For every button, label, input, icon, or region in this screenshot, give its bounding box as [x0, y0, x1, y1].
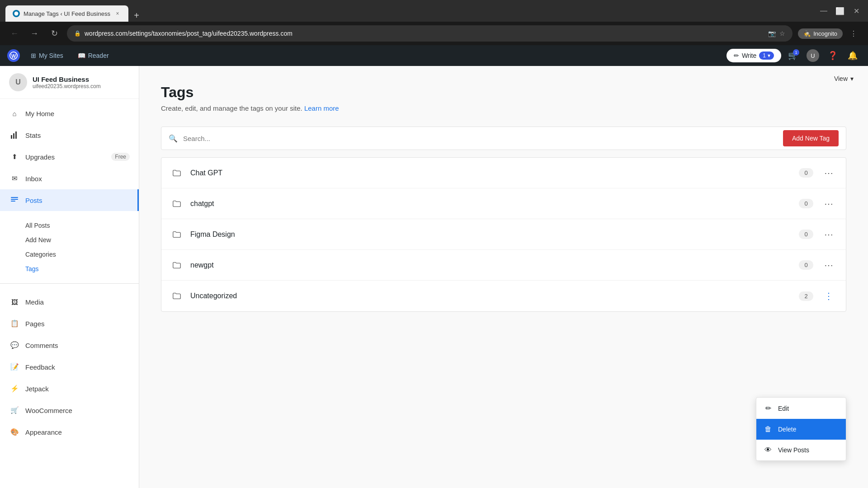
tag-count: 0	[799, 230, 813, 239]
back-button[interactable]: ←	[7, 26, 22, 41]
write-label: Write	[742, 52, 756, 59]
sidebar-item-woocommerce[interactable]: 🛒 WooCommerce	[0, 399, 139, 421]
svg-text:W: W	[11, 53, 16, 59]
nav-primary: ⌂ My Home Stats ⬆ Upgrades Free ✉ Inbox	[0, 99, 139, 215]
active-tab[interactable]: Manage Tags ‹ UI Feed Business ×	[5, 5, 128, 22]
wp-logo[interactable]: W	[7, 49, 20, 62]
sidebar-item-my-home[interactable]: ⌂ My Home	[0, 103, 139, 124]
search-input[interactable]	[183, 135, 778, 142]
sidebar-item-jetpack[interactable]: ⚡ Jetpack	[0, 378, 139, 399]
pages-icon: 📋	[9, 318, 20, 329]
browser-actions: 🕵 Incognito ⋮	[798, 26, 861, 41]
new-tab-button[interactable]: +	[130, 9, 143, 22]
context-menu-view-posts[interactable]: 👁 View Posts	[756, 440, 846, 460]
site-url: uifeed20235.wordpress.com	[33, 83, 130, 89]
context-menu-edit[interactable]: ✏ Edit	[756, 398, 846, 419]
tag-menu-button[interactable]: ⋯	[821, 196, 837, 212]
tags-table: Chat GPT 0 ⋯ chatgpt 0 ⋯ Figma Design 0	[161, 157, 846, 312]
view-label: View	[834, 75, 848, 82]
sidebar-item-posts[interactable]: Posts	[0, 189, 139, 211]
tag-menu-button[interactable]: ⋯	[821, 257, 837, 273]
profile-button[interactable]: U	[805, 47, 821, 64]
stats-label: Stats	[25, 131, 41, 139]
notifications-button[interactable]: 🔔	[844, 47, 861, 64]
sidebar-subitem-add-new[interactable]: Add New	[0, 233, 139, 247]
tab-favicon	[13, 10, 20, 17]
comments-icon: 💬	[9, 340, 20, 351]
add-new-label: Add New	[25, 236, 51, 244]
cart-button[interactable]: 🛒 1	[785, 47, 801, 64]
tag-count: 0	[799, 199, 813, 208]
tag-menu-button[interactable]: ⋯	[821, 165, 837, 181]
write-button[interactable]: ✏ Write 1 ▾	[726, 49, 781, 62]
my-sites-nav[interactable]: ⊞ My Sites	[27, 50, 67, 61]
refresh-button[interactable]: ↻	[47, 26, 61, 41]
context-menu-delete[interactable]: 🗑 Delete	[756, 419, 846, 440]
sidebar-subitem-all-posts[interactable]: All Posts	[0, 218, 139, 233]
sidebar-item-appearance[interactable]: 🎨 Appearance	[0, 421, 139, 443]
jetpack-icon: ⚡	[9, 383, 20, 394]
svg-rect-6	[11, 197, 18, 198]
site-header[interactable]: U UI Feed Business uifeed20235.wordpress…	[0, 66, 139, 99]
reader-nav[interactable]: 📖 Reader	[74, 50, 113, 61]
bookmark-icon[interactable]: ☆	[779, 30, 785, 37]
incognito-button[interactable]: 🕵 Incognito	[798, 28, 843, 39]
search-icon: 🔍	[169, 134, 178, 143]
sidebar-item-media[interactable]: 🖼 Media	[0, 291, 139, 313]
page-title: Tags	[161, 84, 846, 101]
page-description: Create, edit, and manage the tags on you…	[161, 104, 846, 112]
tag-menu-button[interactable]: ⋯	[821, 226, 837, 243]
tags-label: Tags	[25, 265, 39, 272]
browser-tab-bar: Manage Tags ‹ UI Feed Business × + — ⬜ ✕	[0, 0, 868, 22]
nav-secondary: 🖼 Media 📋 Pages 💬 Comments 📝 Feedback ⚡ …	[0, 287, 139, 446]
sidebar-item-inbox[interactable]: ✉ Inbox	[0, 168, 139, 189]
jetpack-label: Jetpack	[25, 385, 49, 393]
window-maximize-button[interactable]: ⬜	[834, 5, 846, 17]
sidebar-item-upgrades[interactable]: ⬆ Upgrades Free	[0, 146, 139, 168]
edit-icon: ✏	[764, 404, 773, 413]
address-bar: ← → ↻ 🔒 wordpress.com/settings/taxonomie…	[0, 22, 868, 45]
site-info: UI Feed Business uifeed20235.wordpress.c…	[33, 75, 130, 89]
posts-submenu: All Posts Add New Categories Tags	[0, 215, 139, 280]
camera-icon: 📷	[768, 30, 776, 37]
all-posts-label: All Posts	[25, 222, 50, 229]
sidebar-item-comments[interactable]: 💬 Comments	[0, 334, 139, 356]
my-sites-icon: ⊞	[31, 52, 36, 59]
tag-name: Chat GPT	[190, 169, 792, 177]
tag-name: Figma Design	[190, 230, 792, 239]
incognito-label: Incognito	[813, 30, 837, 37]
sidebar-item-pages[interactable]: 📋 Pages	[0, 313, 139, 334]
posts-icon	[9, 195, 20, 206]
write-count-badge[interactable]: 1 ▾	[759, 52, 774, 60]
add-new-tag-button[interactable]: Add New Tag	[783, 130, 839, 146]
tag-count: 0	[799, 260, 813, 270]
url-bar[interactable]: 🔒 wordpress.com/settings/taxonomies/post…	[67, 25, 793, 42]
svg-rect-7	[11, 199, 18, 200]
sidebar-subitem-tags[interactable]: Tags	[0, 262, 139, 276]
comments-label: Comments	[25, 342, 58, 349]
help-button[interactable]: ❓	[825, 47, 841, 64]
table-row: Chat GPT 0 ⋯	[161, 158, 846, 188]
window-minimize-button[interactable]: —	[817, 5, 830, 17]
sidebar-subitem-categories[interactable]: Categories	[0, 247, 139, 262]
learn-more-link[interactable]: Learn more	[304, 104, 339, 112]
upgrades-label: Upgrades	[25, 153, 55, 161]
extensions-button[interactable]: ⋮	[846, 26, 861, 41]
sidebar-item-feedback[interactable]: 📝 Feedback	[0, 356, 139, 378]
folder-icon	[170, 199, 183, 209]
stats-icon	[9, 130, 20, 141]
feedback-icon: 📝	[9, 361, 20, 372]
incognito-icon: 🕵	[803, 30, 811, 37]
appearance-icon: 🎨	[9, 427, 20, 437]
content-area: View ▾ Tags Create, edit, and manage the…	[139, 66, 868, 488]
tab-close-button[interactable]: ×	[114, 10, 121, 17]
window-close-button[interactable]: ✕	[850, 5, 863, 17]
view-button[interactable]: View ▾	[834, 75, 854, 82]
woocommerce-label: WooCommerce	[25, 407, 72, 414]
tag-count: 0	[799, 168, 813, 178]
write-pen-icon: ✏	[734, 52, 739, 59]
sidebar-item-stats[interactable]: Stats	[0, 124, 139, 146]
wp-nav-right: ✏ Write 1 ▾ 🛒 1 U ❓ 🔔	[726, 47, 861, 64]
tag-menu-button-active[interactable]: ⋮	[821, 288, 837, 304]
forward-button[interactable]: →	[27, 26, 42, 41]
